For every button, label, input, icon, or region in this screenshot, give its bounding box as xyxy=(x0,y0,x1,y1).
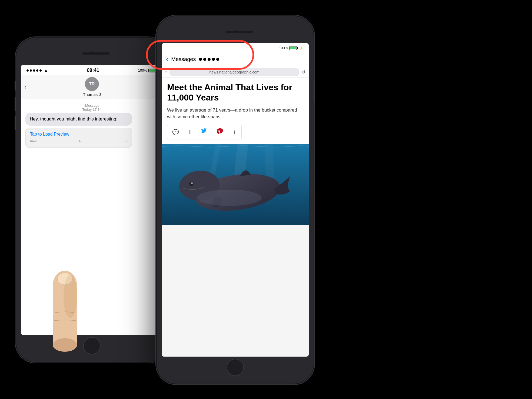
svg-point-4 xyxy=(64,275,77,318)
volume-down-button xyxy=(15,116,16,130)
left-status-bar: ▲ 09:41 100% xyxy=(21,65,163,75)
lightning-icon: ⚡ xyxy=(299,46,303,50)
preview-footer-right: e... xyxy=(79,139,84,143)
twitter-icon xyxy=(201,128,207,136)
date-label: Today 17:34 xyxy=(82,108,102,112)
pinterest-share-button[interactable] xyxy=(212,125,228,139)
more-share-button[interactable]: + xyxy=(228,125,241,139)
right-battery-percent: 100% xyxy=(279,46,288,50)
tap-to-load-text[interactable]: Tap to Load Preview xyxy=(30,132,127,137)
comment-share-button[interactable]: 💬 xyxy=(167,125,184,139)
battery-fill xyxy=(149,69,155,72)
messages-body: iMessage Today 17:34 Hey, thought you mi… xyxy=(21,99,163,154)
signal-dot-5 xyxy=(39,69,42,72)
message-bubble: Hey, thought you might find this interes… xyxy=(25,113,132,126)
imessage-label: iMessage Today 17:34 xyxy=(25,103,158,112)
link-preview-card[interactable]: Tap to Load Preview new e... › xyxy=(25,128,132,148)
preview-footer-left: new xyxy=(30,139,36,143)
battery-indicator: 100% xyxy=(138,68,157,72)
battery-bar xyxy=(148,69,156,72)
signal-dot-4 xyxy=(36,69,38,72)
messages-dots xyxy=(199,58,219,61)
right-battery-tip xyxy=(297,47,298,49)
right-battery-bar xyxy=(289,46,297,50)
url-text: news.nationalgeographic.com xyxy=(210,70,260,74)
right-power-button xyxy=(314,81,315,100)
svg-point-13 xyxy=(197,190,262,206)
svg-point-12 xyxy=(191,182,193,184)
dot-2 xyxy=(203,58,206,61)
hamburger-icon[interactable]: ≡ xyxy=(165,70,167,75)
messages-back-chevron-icon[interactable]: ‹ xyxy=(166,55,168,63)
signal-dot-3 xyxy=(33,69,35,72)
back-button[interactable]: ‹ xyxy=(24,83,26,91)
messages-back-label[interactable]: Messages xyxy=(171,56,196,62)
facebook-share-button[interactable]: f xyxy=(184,125,196,139)
right-phone: 100% ⚡ ‹ Messages ≡ new xyxy=(157,16,314,384)
pinterest-icon xyxy=(217,128,223,136)
earpiece xyxy=(82,52,109,55)
right-screen: 100% ⚡ ‹ Messages ≡ new xyxy=(162,43,309,357)
signal-dot-1 xyxy=(26,69,29,72)
right-battery: 100% ⚡ xyxy=(279,46,303,50)
right-home-button[interactable] xyxy=(227,359,244,376)
safari-nav-bar: ≡ news.nationalgeographic.com ↺ xyxy=(162,67,309,78)
preview-footer: new e... › xyxy=(30,139,127,144)
volume-up-button xyxy=(15,97,16,111)
wifi-icon: ▲ xyxy=(44,68,48,73)
silent-switch xyxy=(15,81,16,90)
article-subtitle: We live an average of 71 years—a drop in… xyxy=(167,107,303,120)
dot-1 xyxy=(199,58,202,61)
finger-overlay xyxy=(27,264,103,367)
avatar-initials: TR xyxy=(89,82,95,86)
refresh-icon[interactable]: ↺ xyxy=(301,69,305,75)
facebook-icon: f xyxy=(189,129,191,136)
battery-percentage: 100% xyxy=(138,68,147,72)
dot-5 xyxy=(216,58,219,61)
status-time: 09:41 xyxy=(87,68,99,73)
right-battery-fill xyxy=(290,47,296,49)
preview-chevron-icon: › xyxy=(126,139,127,144)
svg-point-2 xyxy=(53,338,77,352)
signal-dot-2 xyxy=(30,69,32,72)
avatar: TR xyxy=(85,77,99,91)
contact-name: Thomas J xyxy=(83,92,101,97)
share-bar: 💬 f xyxy=(167,125,242,139)
article-content: Meet the Animal That Lives for 11,000 Ye… xyxy=(162,78,309,144)
messages-back-bar: ‹ Messages xyxy=(162,52,309,67)
bubble-text: Hey, thought you might find this interes… xyxy=(30,116,118,122)
messages-nav-bar: ‹ TR Thomas J xyxy=(21,75,163,99)
article-title: Meet the Animal That Lives for 11,000 Ye… xyxy=(167,82,303,103)
comment-icon: 💬 xyxy=(172,129,179,135)
signal-dots: ▲ xyxy=(26,68,48,73)
article-image xyxy=(162,144,309,225)
plus-icon: + xyxy=(233,128,237,136)
right-status-bar: 100% ⚡ xyxy=(162,43,309,52)
dot-3 xyxy=(208,58,211,61)
url-bar[interactable]: news.nationalgeographic.com xyxy=(169,68,299,76)
right-earpiece xyxy=(226,31,253,33)
twitter-share-button[interactable] xyxy=(196,125,212,139)
dot-4 xyxy=(212,58,215,61)
contact-info: TR Thomas J xyxy=(83,77,101,97)
